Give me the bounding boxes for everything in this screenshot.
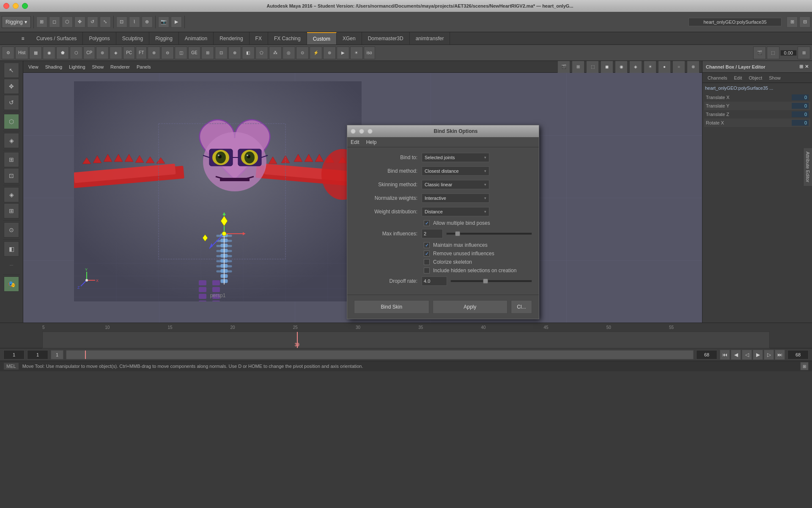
dialog-help-menu[interactable]: Help bbox=[366, 139, 377, 145]
remove-unused-checkbox[interactable]: ✓ bbox=[424, 251, 430, 257]
skip-forward-button[interactable]: ⏭ bbox=[775, 350, 785, 360]
maintain-max-checkbox[interactable]: ✓ bbox=[424, 242, 430, 248]
camera-view-icon[interactable]: 🎬 bbox=[753, 47, 766, 59]
bind-skin-button[interactable]: Bind Skin bbox=[354, 300, 429, 314]
menu-tab-custom[interactable]: Custom bbox=[307, 32, 337, 44]
dialog-close-button[interactable] bbox=[351, 129, 356, 134]
next-frame-button[interactable]: ▷ bbox=[764, 350, 774, 360]
fluid-icon[interactable]: ◎ bbox=[283, 47, 295, 59]
channels-tab[interactable]: Channels bbox=[704, 75, 730, 80]
joint-icon[interactable]: ⊕ bbox=[228, 47, 241, 59]
deform-icon[interactable]: ⊛ bbox=[96, 47, 109, 59]
vp-light-icon[interactable]: ☀ bbox=[644, 61, 656, 73]
bind-method-dropdown[interactable]: Closest distance ▾ bbox=[422, 166, 489, 176]
dynamics-icon[interactable]: ⚡ bbox=[310, 47, 322, 59]
menu-tab-domemaster3d[interactable]: Domemaster3D bbox=[362, 32, 410, 44]
dialog-maximize-button[interactable] bbox=[368, 129, 373, 134]
particle-icon[interactable]: ⊙ bbox=[296, 47, 309, 59]
play-back-button[interactable]: ◁ bbox=[742, 350, 752, 360]
play-forward-button[interactable]: ▶ bbox=[753, 350, 763, 360]
dropoff-rate-slider[interactable] bbox=[450, 280, 532, 282]
rotate-icon[interactable]: ↺ bbox=[87, 17, 98, 28]
render-icon[interactable]: ▶ bbox=[171, 17, 182, 28]
brush2-icon[interactable]: ◈ bbox=[4, 133, 19, 148]
pc-button[interactable]: PC bbox=[123, 47, 135, 59]
dropoff-rate-input[interactable] bbox=[422, 276, 447, 286]
vp-grid-icon[interactable]: ⊞ bbox=[572, 61, 584, 73]
soft-icon[interactable]: ◈ bbox=[4, 187, 19, 202]
snap-point-icon[interactable]: ⊕ bbox=[142, 17, 153, 28]
vp-shadow-icon[interactable]: ● bbox=[658, 61, 671, 73]
smooth-icon[interactable]: ◉ bbox=[43, 47, 55, 59]
channel-value-rx[interactable]: 0 bbox=[792, 120, 809, 126]
camera-icon[interactable]: 📷 bbox=[158, 17, 169, 28]
ft-button[interactable]: FT bbox=[136, 47, 147, 59]
colorize-skeleton-checkbox[interactable] bbox=[424, 259, 430, 265]
weight-icon[interactable]: ⊖ bbox=[161, 47, 174, 59]
menu-tab-xgen[interactable]: XGen bbox=[337, 32, 362, 44]
apply-button[interactable]: Apply bbox=[433, 300, 508, 314]
menu-tab-fx[interactable]: FX bbox=[250, 32, 268, 44]
move-icon[interactable]: ✥ bbox=[74, 17, 85, 28]
prev-frame-button[interactable]: ◀ bbox=[731, 350, 741, 360]
wrap-icon[interactable]: ◈ bbox=[110, 47, 122, 59]
minimize-button[interactable] bbox=[13, 3, 19, 9]
vp-isolate-icon[interactable]: ⊗ bbox=[687, 61, 700, 73]
max-influences-slider[interactable] bbox=[446, 232, 532, 235]
scrub-area[interactable] bbox=[66, 350, 694, 359]
maximize-button[interactable] bbox=[22, 3, 28, 9]
view-menu[interactable]: View bbox=[26, 64, 41, 70]
max-influences-thumb[interactable] bbox=[455, 231, 460, 236]
menu-tab-rigging[interactable]: Rigging bbox=[149, 32, 179, 44]
menu-tab-sculpting[interactable]: Sculpting bbox=[116, 32, 149, 44]
mirror-icon[interactable]: ◫ bbox=[175, 47, 187, 59]
settings2-icon[interactable]: ⊞ bbox=[798, 47, 810, 59]
poly-icon[interactable]: ⬡ bbox=[4, 114, 19, 129]
skeleton-icon[interactable]: ⊡ bbox=[215, 47, 228, 59]
extrude-icon[interactable]: ⬡ bbox=[70, 47, 82, 59]
snap-grid-icon[interactable]: ⊡ bbox=[116, 17, 127, 28]
render2-icon[interactable]: ▶ bbox=[337, 47, 349, 59]
paint-icon[interactable]: ⬡ bbox=[62, 17, 73, 28]
paint2-icon[interactable]: ◧ bbox=[4, 241, 19, 257]
more-icons[interactable]: ··· bbox=[4, 257, 19, 273]
range-end-input[interactable] bbox=[696, 350, 717, 359]
current-frame-display[interactable] bbox=[787, 350, 809, 359]
rig2-icon[interactable]: 🎭 bbox=[4, 276, 19, 292]
snaplasso-icon[interactable]: ⊞ bbox=[4, 152, 19, 167]
brush-icon[interactable]: ⬟ bbox=[56, 47, 69, 59]
menu-tab-polygons[interactable]: Polygons bbox=[83, 32, 116, 44]
allow-bind-poses-checkbox[interactable]: ✓ bbox=[424, 220, 430, 226]
history-button[interactable]: Hist bbox=[15, 47, 28, 59]
script-editor-icon[interactable]: ⊞ bbox=[800, 362, 809, 370]
vp-xray-icon[interactable]: ○ bbox=[672, 61, 685, 73]
snap-curve-icon[interactable]: ⌇ bbox=[129, 17, 140, 28]
menu-tab-fx-caching[interactable]: FX Caching bbox=[268, 32, 307, 44]
current-frame-input[interactable] bbox=[27, 350, 48, 359]
renderer-menu[interactable]: Renderer bbox=[108, 64, 132, 70]
range-start-input[interactable] bbox=[3, 350, 25, 359]
rigging-dropdown[interactable]: Rigging ▾ bbox=[2, 16, 31, 28]
cloth-icon[interactable]: ⬠ bbox=[255, 47, 268, 59]
channel-value-tx[interactable]: 0 bbox=[792, 94, 809, 100]
menu-toggle[interactable]: ≡ bbox=[15, 32, 30, 44]
show-menu[interactable]: Show bbox=[90, 64, 107, 70]
marquee-icon[interactable]: ⊡ bbox=[4, 168, 19, 183]
dropoff-rate-thumb[interactable] bbox=[483, 279, 488, 284]
object-tab[interactable]: Object bbox=[745, 75, 765, 80]
menu-tab-curves---surfaces[interactable]: Curves / Surfaces bbox=[30, 32, 83, 44]
menu-tab-animation[interactable]: Animation bbox=[179, 32, 214, 44]
toggle-icon[interactable]: ⊗ bbox=[148, 47, 160, 59]
vp-wire-icon[interactable]: ⬚ bbox=[586, 61, 599, 73]
shading-menu[interactable]: Shading bbox=[43, 64, 65, 70]
show-tab[interactable]: Show bbox=[765, 75, 784, 80]
select-tool-icon[interactable]: ⊞ bbox=[36, 17, 47, 28]
normalize-weights-dropdown[interactable]: Interactive ▾ bbox=[422, 193, 489, 203]
camera2-icon[interactable]: 🎬 bbox=[557, 61, 570, 73]
menu-tab-animtransfer[interactable]: animtransfer bbox=[410, 32, 450, 44]
max-influences-input[interactable] bbox=[422, 229, 443, 238]
edit-tab[interactable]: Edit bbox=[730, 75, 745, 80]
vp-smooth-icon[interactable]: ◉ bbox=[615, 61, 628, 73]
lattice-icon[interactable]: ⊞ bbox=[4, 203, 19, 218]
grid-icon[interactable]: ⊟ bbox=[799, 17, 810, 28]
